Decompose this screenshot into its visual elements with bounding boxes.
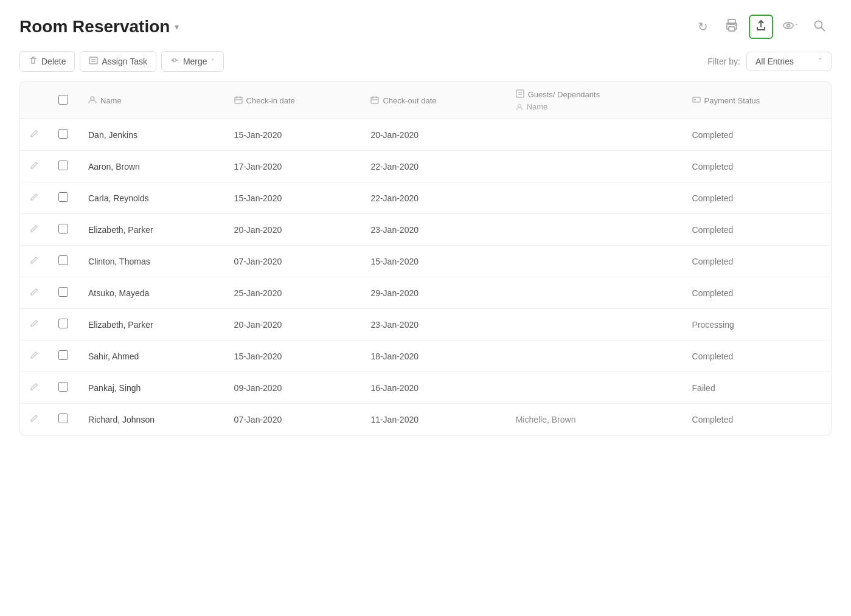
edit-cell-5[interactable] xyxy=(20,277,48,309)
guests-col-icon xyxy=(516,89,524,100)
edit-cell-0[interactable] xyxy=(20,119,48,151)
edit-cell-9[interactable] xyxy=(20,404,48,435)
svg-rect-16 xyxy=(371,97,378,103)
page-title: Room Reservation xyxy=(19,17,170,36)
cell-status-9: Completed xyxy=(683,404,831,435)
cell-checkin-8: 09-Jan-2020 xyxy=(224,372,361,404)
svg-rect-12 xyxy=(235,97,242,103)
row-checkbox-3[interactable] xyxy=(48,214,78,246)
row-checkbox-0[interactable] xyxy=(48,119,78,151)
table-row: Atsuko, Mayeda 25-Jan-2020 29-Jan-2020 C… xyxy=(20,277,831,309)
th-name-label: Name xyxy=(100,96,122,105)
edit-cell-7[interactable] xyxy=(20,341,48,372)
svg-point-4 xyxy=(783,22,793,29)
edit-cell-1[interactable] xyxy=(20,151,48,182)
row-select-1[interactable] xyxy=(58,161,68,170)
svg-point-5 xyxy=(787,24,790,27)
cell-name-4: Clinton, Thomas xyxy=(78,246,224,277)
row-select-5[interactable] xyxy=(58,287,68,297)
row-checkbox-1[interactable] xyxy=(48,151,78,182)
filter-label: Filter by: xyxy=(707,57,740,66)
table-header-row: Name xyxy=(20,82,831,119)
th-guests-label: Guests/ Dependants xyxy=(528,90,600,99)
cell-name-2: Carla, Reynolds xyxy=(78,182,224,214)
share-icon xyxy=(754,19,768,35)
svg-rect-8 xyxy=(89,57,97,64)
cell-checkin-7: 15-Jan-2020 xyxy=(224,341,361,372)
cell-checkout-0: 20-Jan-2020 xyxy=(361,119,505,151)
svg-rect-20 xyxy=(516,90,524,97)
edit-cell-8[interactable] xyxy=(20,372,48,404)
row-select-9[interactable] xyxy=(58,414,68,423)
row-checkbox-6[interactable] xyxy=(48,309,78,341)
merge-icon xyxy=(170,56,179,67)
th-edit xyxy=(20,82,48,119)
row-checkbox-7[interactable] xyxy=(48,341,78,372)
delete-button[interactable]: Delete xyxy=(19,51,75,72)
cell-checkin-5: 25-Jan-2020 xyxy=(224,277,361,309)
row-checkbox-4[interactable] xyxy=(48,246,78,277)
print-icon xyxy=(725,19,738,35)
payment-col-icon xyxy=(692,95,701,106)
print-button[interactable] xyxy=(720,15,744,39)
row-checkbox-2[interactable] xyxy=(48,182,78,214)
row-checkbox-9[interactable] xyxy=(48,404,78,435)
merge-label: Merge xyxy=(183,57,207,66)
row-select-8[interactable] xyxy=(58,382,68,392)
select-all-checkbox[interactable] xyxy=(58,95,68,105)
svg-line-7 xyxy=(821,27,825,31)
checkin-col-icon xyxy=(234,95,243,106)
cell-checkout-1: 22-Jan-2020 xyxy=(361,151,505,182)
cell-name-6: Elizabeth, Parker xyxy=(78,309,224,341)
cell-guest-6 xyxy=(506,309,683,341)
svg-point-11 xyxy=(91,97,94,100)
edit-cell-3[interactable] xyxy=(20,214,48,246)
row-select-3[interactable] xyxy=(58,224,68,234)
search-button[interactable] xyxy=(807,15,832,39)
refresh-button[interactable]: ↻ xyxy=(690,15,715,39)
delete-label: Delete xyxy=(41,57,66,66)
row-checkbox-5[interactable] xyxy=(48,277,78,309)
row-select-0[interactable] xyxy=(58,129,68,139)
cell-status-6: Processing xyxy=(683,309,831,341)
cell-guest-3 xyxy=(506,214,683,246)
assign-task-label: Assign Task xyxy=(102,57,147,66)
table-row: Clinton, Thomas 07-Jan-2020 15-Jan-2020 … xyxy=(20,246,831,277)
edit-cell-6[interactable] xyxy=(20,309,48,341)
svg-rect-25 xyxy=(694,99,696,100)
row-select-6[interactable] xyxy=(58,319,68,328)
cell-name-5: Atsuko, Mayeda xyxy=(78,277,224,309)
row-select-7[interactable] xyxy=(58,350,68,360)
assign-task-button[interactable]: Assign Task xyxy=(80,51,156,72)
edit-cell-4[interactable] xyxy=(20,246,48,277)
merge-button[interactable]: Merge ˅ xyxy=(161,51,224,72)
toolbar: Delete Assign Task Merge ˅ xyxy=(19,51,832,72)
row-checkbox-8[interactable] xyxy=(48,372,78,404)
svg-rect-2 xyxy=(729,27,735,31)
title-dropdown-icon[interactable]: ▾ xyxy=(175,22,179,32)
table-row: Aaron, Brown 17-Jan-2020 22-Jan-2020 Com… xyxy=(20,151,831,182)
row-select-4[interactable] xyxy=(58,255,68,265)
cell-status-4: Completed xyxy=(683,246,831,277)
header-left: Room Reservation ▾ xyxy=(19,17,179,36)
cell-guest-7 xyxy=(506,341,683,372)
cell-guest-2 xyxy=(506,182,683,214)
view-button[interactable]: ˅ xyxy=(778,15,802,39)
table-row: Dan, Jenkins 15-Jan-2020 20-Jan-2020 Com… xyxy=(20,119,831,151)
edit-cell-2[interactable] xyxy=(20,182,48,214)
th-name: Name xyxy=(78,82,224,119)
filter-select[interactable]: All Entries ˅ xyxy=(746,52,832,71)
share-button[interactable] xyxy=(749,15,773,39)
th-payment-status: Payment Status xyxy=(683,82,831,119)
app-container: Room Reservation ▾ ↻ xyxy=(0,0,851,450)
cell-name-9: Richard, Johnson xyxy=(78,404,224,435)
th-checkbox xyxy=(48,82,78,119)
cell-status-3: Completed xyxy=(683,214,831,246)
row-select-2[interactable] xyxy=(58,192,68,202)
header: Room Reservation ▾ ↻ xyxy=(19,15,832,39)
cell-status-7: Completed xyxy=(683,341,831,372)
th-guests-sub-label: Name xyxy=(527,102,548,111)
cell-name-3: Elizabeth, Parker xyxy=(78,214,224,246)
svg-point-6 xyxy=(815,21,822,28)
cell-guest-5 xyxy=(506,277,683,309)
